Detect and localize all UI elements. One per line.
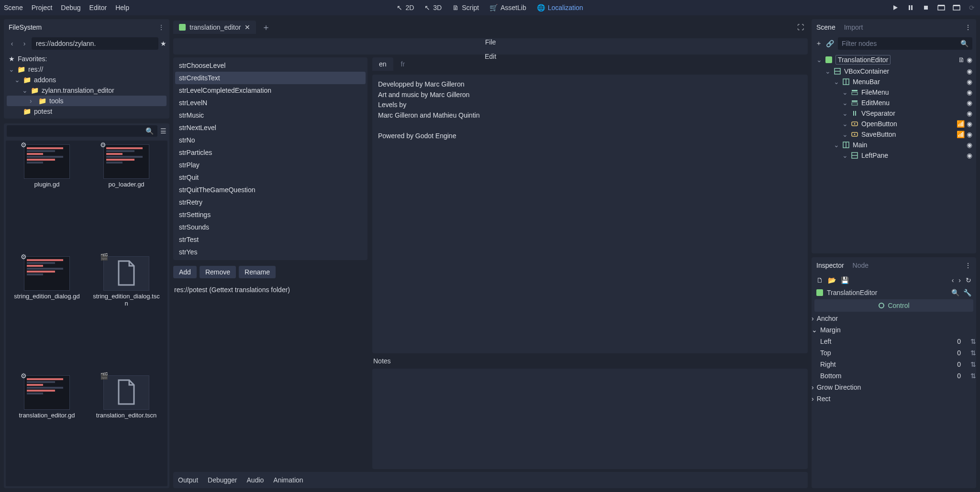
string-key-row[interactable]: strRetry <box>175 196 366 208</box>
path-input[interactable]: res://addons/zylann. <box>32 37 158 50</box>
tree-row-res[interactable]: ⌄📁res:// <box>7 64 167 75</box>
scene-menu-icon[interactable]: ⋮ <box>965 23 971 31</box>
scene-tab[interactable]: Scene <box>816 23 835 31</box>
add-node-icon[interactable]: ＋ <box>815 39 822 48</box>
filesystem-menu-icon[interactable]: ⋮ <box>158 23 165 31</box>
file-search-input[interactable]: 🔍 <box>7 125 157 137</box>
play-custom-scene-button[interactable] <box>952 3 961 12</box>
view-mode-icon[interactable]: ☰ <box>160 127 167 135</box>
scene-tree-node[interactable]: ⌄SaveButton📶◉ <box>814 129 973 140</box>
workspace-3d[interactable]: ↖3D <box>424 4 442 11</box>
filter-nodes-input[interactable]: Filter nodes 🔍 <box>838 37 972 50</box>
audio-tab[interactable]: Audio <box>247 476 264 484</box>
nav-forward-icon[interactable]: › <box>19 38 30 49</box>
visibility-icon[interactable]: ◉ <box>967 78 972 86</box>
scene-tree-node[interactable]: ⌄VBoxContainer◉ <box>814 66 973 77</box>
lang-tab-fr[interactable]: fr <box>394 57 412 71</box>
string-key-row[interactable]: strNextLevel <box>175 121 366 134</box>
visibility-icon[interactable]: ◉ <box>967 109 972 117</box>
spinner-icon[interactable]: ⇅ <box>970 349 976 357</box>
close-tab-icon[interactable]: ✕ <box>245 23 250 31</box>
scene-tree-node[interactable]: ⌄EditMenu◉ <box>814 98 973 108</box>
visibility-icon[interactable]: ◉ <box>967 56 972 64</box>
tree-row-zylann[interactable]: ⌄📁zylann.translation_editor <box>7 85 167 96</box>
animation-tab[interactable]: Animation <box>273 476 303 484</box>
tree-row-tools[interactable]: ›📁tools <box>7 96 167 106</box>
scene-tree-node[interactable]: ⌄VSeparator◉ <box>814 108 973 119</box>
lang-tab-en[interactable]: en <box>372 57 393 71</box>
scene-tree-node[interactable]: ⌄LeftPane◉ <box>814 150 973 161</box>
visibility-icon[interactable]: ◉ <box>967 131 972 138</box>
scene-tree-node[interactable]: ⌄TranslationEditor🗎◉ <box>814 54 973 66</box>
scene-tree-node[interactable]: ⌄Main◉ <box>814 140 973 150</box>
debugger-tab[interactable]: Debugger <box>208 476 237 484</box>
chevron-down-icon[interactable]: ⌄ <box>842 88 848 96</box>
class-section-control[interactable]: Control <box>814 299 973 312</box>
menu-editor[interactable]: Editor <box>89 4 107 11</box>
output-tab[interactable]: Output <box>178 476 198 484</box>
new-resource-icon[interactable]: 🗋 <box>816 276 823 284</box>
string-key-row[interactable]: strChooseLevel <box>175 59 366 72</box>
scene-tree-node[interactable]: ⌄FileMenu◉ <box>814 87 973 98</box>
workspace-script[interactable]: 🗎Script <box>452 4 479 11</box>
string-key-row[interactable]: strYes <box>175 246 366 258</box>
chevron-down-icon[interactable]: ⌄ <box>842 152 848 159</box>
property-row[interactable]: Bottom0⇅ <box>812 370 976 382</box>
string-key-row[interactable]: strMusic <box>175 109 366 121</box>
visibility-icon[interactable]: ◉ <box>967 120 972 128</box>
link-icon[interactable]: 🔗 <box>826 40 834 47</box>
property-group-header[interactable]: ›Anchor <box>812 313 976 324</box>
script-indicator-icon[interactable]: 🗎 <box>958 56 965 64</box>
file-menu[interactable]: File <box>485 38 496 46</box>
chevron-down-icon[interactable]: ⌄ <box>816 56 822 64</box>
signal-indicator-icon[interactable]: 📶 <box>957 120 965 128</box>
file-item[interactable]: ⚙plugin.gd <box>10 144 84 251</box>
string-key-row[interactable]: strNo <box>175 134 366 146</box>
file-item[interactable]: ⚙string_edition_dialog.gd <box>10 256 84 371</box>
property-row[interactable]: Left0⇅ <box>812 336 976 347</box>
workspace-assetlib[interactable]: 🛒AssetLib <box>490 4 526 11</box>
workspace-localization[interactable]: 🌐Localization <box>537 4 583 11</box>
string-key-row[interactable]: strTest <box>175 233 366 246</box>
string-key-row[interactable]: strCreditsText <box>175 72 366 84</box>
chevron-down-icon[interactable]: ⌄ <box>842 120 848 128</box>
remove-button[interactable]: Remove <box>200 266 236 278</box>
property-group-header[interactable]: ›Rect <box>812 393 976 405</box>
load-resource-icon[interactable]: 📂 <box>828 276 836 284</box>
favorites-row[interactable]: ★Favorites: <box>7 54 167 64</box>
pause-button[interactable] <box>906 3 915 12</box>
rename-button[interactable]: Rename <box>239 266 276 278</box>
string-key-row[interactable]: strLevelCompletedExclamation <box>175 84 366 97</box>
translation-textarea[interactable]: Developped by Marc Gilleron Art and musi… <box>372 75 808 353</box>
stop-button[interactable] <box>922 3 930 12</box>
property-group-header[interactable]: ⌄Margin <box>812 324 976 336</box>
file-item[interactable]: 🎬translation_editor.tscn <box>89 375 164 482</box>
editor-tab[interactable]: translation_editor ✕ <box>173 21 256 34</box>
chevron-down-icon[interactable]: ⌄ <box>834 78 839 86</box>
string-key-row[interactable]: strQuit <box>175 171 366 184</box>
favorite-icon[interactable]: ★ <box>160 40 167 47</box>
visibility-icon[interactable]: ◉ <box>967 67 972 75</box>
history-forward-icon[interactable]: › <box>958 276 961 284</box>
scene-tree-node[interactable]: ⌄MenuBar◉ <box>814 77 973 87</box>
nav-back-icon[interactable]: ‹ <box>7 38 17 49</box>
save-resource-icon[interactable]: 💾 <box>841 276 849 284</box>
import-tab[interactable]: Import <box>844 23 863 31</box>
tool-icon[interactable]: 🔧 <box>963 289 971 296</box>
file-item[interactable]: 🎬string_edition_dialog.tscn <box>89 256 164 371</box>
menu-scene[interactable]: Scene <box>4 4 23 11</box>
signal-indicator-icon[interactable]: 📶 <box>957 131 965 138</box>
visibility-icon[interactable]: ◉ <box>967 152 972 159</box>
play-scene-button[interactable] <box>937 3 946 12</box>
play-button[interactable] <box>891 3 900 12</box>
history-back-icon[interactable]: ‹ <box>952 276 954 284</box>
visibility-icon[interactable]: ◉ <box>967 88 972 96</box>
menu-project[interactable]: Project <box>32 4 53 11</box>
add-button[interactable]: Add <box>173 266 197 278</box>
file-item[interactable]: ⚙po_loader.gd <box>89 144 164 251</box>
menu-debug[interactable]: Debug <box>61 4 80 11</box>
spinner-icon[interactable]: ⇅ <box>970 338 976 345</box>
property-group-header[interactable]: ›Grow Direction <box>812 382 976 393</box>
node-tab[interactable]: Node <box>853 262 869 269</box>
chevron-down-icon[interactable]: ⌄ <box>842 109 848 117</box>
